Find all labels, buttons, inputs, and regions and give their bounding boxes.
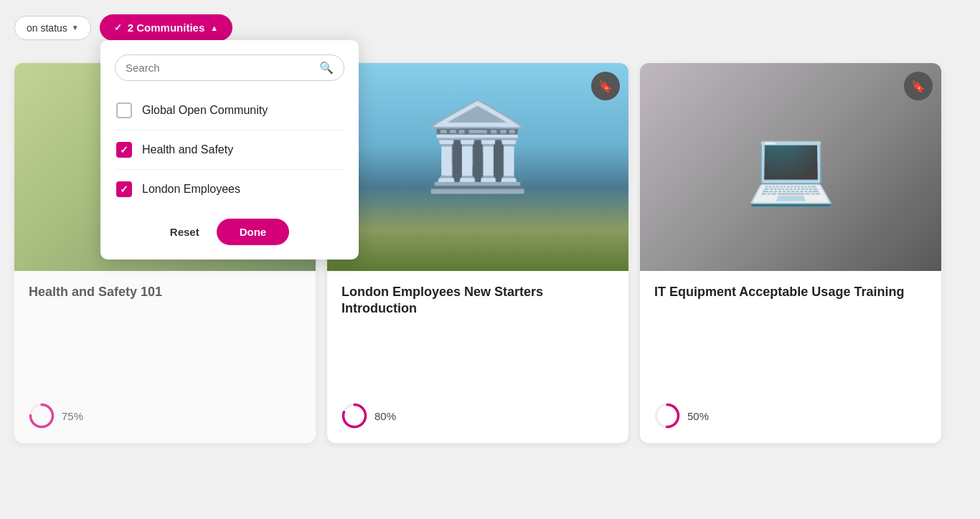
- chevron-down-icon: ▼: [72, 24, 79, 32]
- search-box: 🔍: [115, 54, 344, 81]
- card-3: 🔖 IT Equipment Acceptable Usage Training…: [640, 63, 941, 443]
- card-1-title: Health and Safety 101: [29, 284, 301, 320]
- option-health-safety-label: Health and Safety: [142, 143, 233, 156]
- top-bar: on status ▼ ✓ 2 Communities ▲: [14, 14, 966, 41]
- chevron-up-icon: ▲: [210, 24, 218, 32]
- bookmark-icon: 🔖: [598, 80, 613, 93]
- communities-button[interactable]: ✓ 2 Communities ▲: [100, 14, 232, 41]
- card-2-bookmark-button[interactable]: 🔖: [591, 72, 620, 100]
- card-1-body: Health and Safety 101: [14, 271, 316, 403]
- communities-label: 2 Communities: [128, 22, 205, 34]
- card-1-progress-circle: [29, 403, 55, 429]
- checkbox-london-employees[interactable]: [116, 181, 132, 197]
- card-3-title: IT Equipment Acceptable Usage Training: [654, 284, 927, 320]
- card-3-progress-text: 50%: [687, 410, 709, 422]
- card-3-progress-circle: [654, 403, 680, 429]
- card-3-footer: 50%: [640, 403, 941, 443]
- card-3-image: 🔖: [640, 63, 941, 271]
- card-2-progress-circle: [341, 403, 367, 429]
- status-dropdown[interactable]: on status ▼: [14, 16, 91, 40]
- card-3-body: IT Equipment Acceptable Usage Training: [640, 271, 941, 403]
- card-2-body: London Employees New Starters Introducti…: [327, 271, 628, 403]
- card-2: 🔖 London Employees New Starters Introduc…: [327, 63, 628, 443]
- card-2-footer: 80%: [327, 403, 628, 443]
- done-button[interactable]: Done: [217, 219, 290, 245]
- option-london-employees[interactable]: London Employees: [115, 173, 344, 206]
- communities-dropdown-panel: 🔍 Global Open Community Health and Safet…: [100, 40, 359, 260]
- card-2-image: 🔖: [327, 63, 628, 271]
- page-container: on status ▼ ✓ 2 Communities ▲ 🔍 Global O…: [0, 0, 980, 519]
- panel-actions: Reset Done: [115, 219, 344, 245]
- option-global-open-label: Global Open Community: [142, 104, 268, 117]
- search-icon: 🔍: [319, 61, 334, 75]
- option-london-employees-label: London Employees: [142, 183, 240, 196]
- search-input[interactable]: [126, 62, 319, 74]
- checkbox-health-safety[interactable]: [116, 142, 132, 158]
- status-label: on status: [27, 22, 67, 34]
- bookmark-icon: 🔖: [911, 80, 925, 93]
- card-2-progress-text: 80%: [374, 410, 396, 422]
- divider-2: [115, 169, 344, 170]
- card-1-progress-text: 75%: [62, 410, 83, 422]
- card-3-bookmark-button[interactable]: 🔖: [904, 72, 933, 100]
- card-2-title: London Employees New Starters Introducti…: [341, 284, 614, 320]
- reset-button[interactable]: Reset: [170, 226, 199, 238]
- option-global-open[interactable]: Global Open Community: [115, 94, 344, 127]
- check-icon: ✓: [114, 22, 122, 33]
- checkbox-global-open[interactable]: [116, 103, 132, 118]
- card-1-footer: 75%: [14, 403, 316, 443]
- option-health-safety[interactable]: Health and Safety: [115, 133, 344, 166]
- divider-1: [115, 130, 344, 130]
